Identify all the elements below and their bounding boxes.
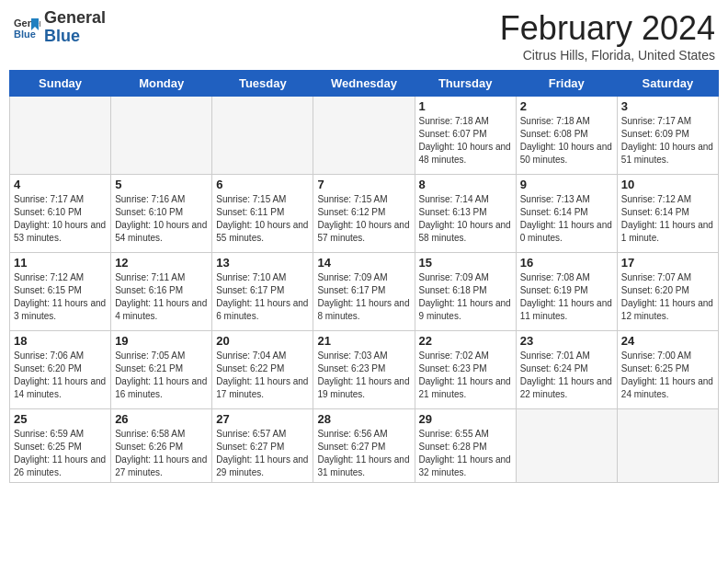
- day-cell: 10Sunrise: 7:12 AM Sunset: 6:14 PM Dayli…: [617, 175, 718, 253]
- day-cell: 15Sunrise: 7:09 AM Sunset: 6:18 PM Dayli…: [415, 253, 516, 331]
- svg-text:Blue: Blue: [14, 29, 36, 40]
- day-cell: 25Sunrise: 6:59 AM Sunset: 6:25 PM Dayli…: [10, 409, 111, 483]
- day-cell: [617, 409, 718, 483]
- day-number: 14: [317, 256, 410, 270]
- day-cell: [313, 97, 415, 175]
- week-row-0: 1Sunrise: 7:18 AM Sunset: 6:07 PM Daylig…: [10, 97, 719, 175]
- day-cell: 7Sunrise: 7:15 AM Sunset: 6:12 PM Daylig…: [313, 175, 415, 253]
- day-info: Sunrise: 6:59 AM Sunset: 6:25 PM Dayligh…: [14, 428, 107, 479]
- day-number: 3: [621, 99, 714, 113]
- day-cell: 26Sunrise: 6:58 AM Sunset: 6:26 PM Dayli…: [111, 409, 212, 483]
- day-cell: 22Sunrise: 7:02 AM Sunset: 6:23 PM Dayli…: [415, 331, 516, 409]
- day-number: 7: [317, 178, 410, 191]
- day-cell: 4Sunrise: 7:17 AM Sunset: 6:10 PM Daylig…: [10, 175, 111, 253]
- day-info: Sunrise: 7:04 AM Sunset: 6:22 PM Dayligh…: [216, 350, 309, 401]
- day-number: 17: [621, 256, 714, 270]
- day-number: 2: [520, 99, 613, 113]
- day-info: Sunrise: 7:00 AM Sunset: 6:25 PM Dayligh…: [621, 350, 714, 401]
- day-info: Sunrise: 6:55 AM Sunset: 6:28 PM Dayligh…: [419, 428, 512, 479]
- day-info: Sunrise: 7:03 AM Sunset: 6:23 PM Dayligh…: [317, 350, 410, 401]
- day-info: Sunrise: 7:17 AM Sunset: 6:10 PM Dayligh…: [14, 193, 107, 245]
- day-cell: [111, 97, 212, 175]
- day-number: 9: [520, 178, 613, 191]
- day-cell: 12Sunrise: 7:11 AM Sunset: 6:16 PM Dayli…: [111, 253, 212, 331]
- day-number: 29: [419, 412, 512, 426]
- day-number: 18: [14, 334, 107, 348]
- day-info: Sunrise: 7:07 AM Sunset: 6:20 PM Dayligh…: [621, 271, 714, 323]
- logo-blue-text: Blue: [44, 27, 80, 45]
- day-cell: 2Sunrise: 7:18 AM Sunset: 6:08 PM Daylig…: [516, 97, 617, 175]
- day-info: Sunrise: 7:13 AM Sunset: 6:14 PM Dayligh…: [520, 193, 613, 245]
- day-info: Sunrise: 7:12 AM Sunset: 6:14 PM Dayligh…: [621, 193, 714, 245]
- day-cell: 28Sunrise: 6:56 AM Sunset: 6:27 PM Dayli…: [313, 409, 415, 483]
- day-info: Sunrise: 7:01 AM Sunset: 6:24 PM Dayligh…: [520, 350, 613, 401]
- day-header-sunday: Sunday: [10, 71, 111, 97]
- day-info: Sunrise: 6:57 AM Sunset: 6:27 PM Dayligh…: [216, 428, 309, 479]
- week-row-3: 18Sunrise: 7:06 AM Sunset: 6:20 PM Dayli…: [10, 331, 719, 409]
- day-number: 19: [115, 334, 208, 348]
- day-cell: 8Sunrise: 7:14 AM Sunset: 6:13 PM Daylig…: [415, 175, 516, 253]
- day-info: Sunrise: 7:06 AM Sunset: 6:20 PM Dayligh…: [14, 350, 107, 401]
- day-cell: 11Sunrise: 7:12 AM Sunset: 6:15 PM Dayli…: [10, 253, 111, 331]
- day-number: 15: [419, 256, 512, 270]
- week-row-1: 4Sunrise: 7:17 AM Sunset: 6:10 PM Daylig…: [10, 175, 719, 253]
- day-info: Sunrise: 7:17 AM Sunset: 6:09 PM Dayligh…: [621, 115, 714, 167]
- day-info: Sunrise: 6:58 AM Sunset: 6:26 PM Dayligh…: [115, 428, 208, 479]
- logo: General Blue General Blue: [13, 9, 106, 46]
- week-row-2: 11Sunrise: 7:12 AM Sunset: 6:15 PM Dayli…: [10, 253, 719, 331]
- day-cell: 20Sunrise: 7:04 AM Sunset: 6:22 PM Dayli…: [212, 331, 313, 409]
- title-area: February 2024 Citrus Hills, Florida, Uni…: [500, 9, 715, 63]
- day-info: Sunrise: 7:15 AM Sunset: 6:12 PM Dayligh…: [317, 193, 410, 245]
- day-header-monday: Monday: [111, 71, 212, 97]
- calendar-table: SundayMondayTuesdayWednesdayThursdayFrid…: [9, 70, 719, 483]
- day-info: Sunrise: 7:12 AM Sunset: 6:15 PM Dayligh…: [14, 271, 107, 323]
- day-header-friday: Friday: [516, 71, 617, 97]
- day-number: 24: [621, 334, 714, 348]
- day-info: Sunrise: 7:15 AM Sunset: 6:11 PM Dayligh…: [216, 193, 309, 245]
- day-number: 28: [317, 412, 410, 426]
- day-number: 8: [419, 178, 512, 191]
- day-number: 13: [216, 256, 309, 270]
- day-number: 26: [115, 412, 208, 426]
- day-info: Sunrise: 7:11 AM Sunset: 6:16 PM Dayligh…: [115, 271, 208, 323]
- day-info: Sunrise: 7:18 AM Sunset: 6:07 PM Dayligh…: [419, 115, 512, 167]
- day-number: 27: [216, 412, 309, 426]
- day-cell: 18Sunrise: 7:06 AM Sunset: 6:20 PM Dayli…: [10, 331, 111, 409]
- day-info: Sunrise: 7:02 AM Sunset: 6:23 PM Dayligh…: [419, 350, 512, 401]
- day-cell: 21Sunrise: 7:03 AM Sunset: 6:23 PM Dayli…: [313, 331, 415, 409]
- logo-general-text: General: [44, 8, 106, 27]
- day-cell: 5Sunrise: 7:16 AM Sunset: 6:10 PM Daylig…: [111, 175, 212, 253]
- day-info: Sunrise: 7:18 AM Sunset: 6:08 PM Dayligh…: [520, 115, 613, 167]
- day-cell: 13Sunrise: 7:10 AM Sunset: 6:17 PM Dayli…: [212, 253, 313, 331]
- day-number: 11: [14, 256, 107, 270]
- day-number: 5: [115, 178, 208, 191]
- day-info: Sunrise: 7:09 AM Sunset: 6:18 PM Dayligh…: [419, 271, 512, 323]
- day-number: 23: [520, 334, 613, 348]
- header: General Blue General Blue February 2024 …: [9, 9, 719, 63]
- day-cell: 16Sunrise: 7:08 AM Sunset: 6:19 PM Dayli…: [516, 253, 617, 331]
- day-number: 25: [14, 412, 107, 426]
- day-info: Sunrise: 7:09 AM Sunset: 6:17 PM Dayligh…: [317, 271, 410, 323]
- day-header-thursday: Thursday: [415, 71, 516, 97]
- day-info: Sunrise: 7:05 AM Sunset: 6:21 PM Dayligh…: [115, 350, 208, 401]
- day-cell: 3Sunrise: 7:17 AM Sunset: 6:09 PM Daylig…: [617, 97, 718, 175]
- day-number: 6: [216, 178, 309, 191]
- day-info: Sunrise: 7:14 AM Sunset: 6:13 PM Dayligh…: [419, 193, 512, 245]
- day-number: 1: [419, 99, 512, 113]
- day-cell: 14Sunrise: 7:09 AM Sunset: 6:17 PM Dayli…: [313, 253, 415, 331]
- day-number: 22: [419, 334, 512, 348]
- day-cell: 17Sunrise: 7:07 AM Sunset: 6:20 PM Dayli…: [617, 253, 718, 331]
- day-cell: 1Sunrise: 7:18 AM Sunset: 6:07 PM Daylig…: [415, 97, 516, 175]
- week-row-4: 25Sunrise: 6:59 AM Sunset: 6:25 PM Dayli…: [10, 409, 719, 483]
- day-number: 20: [216, 334, 309, 348]
- day-number: 21: [317, 334, 410, 348]
- day-cell: 9Sunrise: 7:13 AM Sunset: 6:14 PM Daylig…: [516, 175, 617, 253]
- day-number: 12: [115, 256, 208, 270]
- day-number: 16: [520, 256, 613, 270]
- calendar-subtitle: Citrus Hills, Florida, United States: [500, 48, 715, 63]
- day-header-tuesday: Tuesday: [212, 71, 313, 97]
- day-header-wednesday: Wednesday: [313, 71, 415, 97]
- day-cell: [516, 409, 617, 483]
- calendar-title: February 2024: [500, 9, 715, 48]
- day-cell: 6Sunrise: 7:15 AM Sunset: 6:11 PM Daylig…: [212, 175, 313, 253]
